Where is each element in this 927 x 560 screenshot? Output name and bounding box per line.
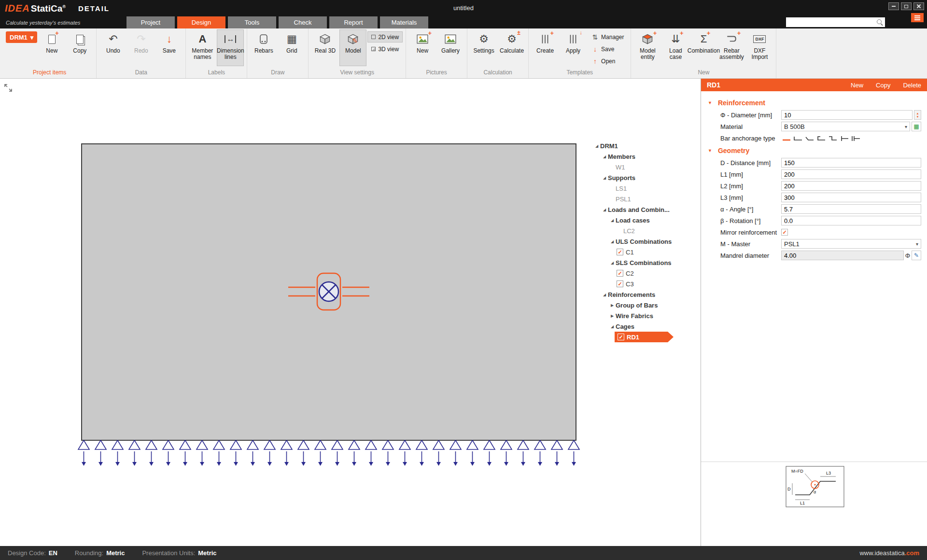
tree-item-c1[interactable]: ✓ C1 xyxy=(593,247,696,257)
new-project-item-button[interactable]: New xyxy=(38,29,65,66)
real-3d-button[interactable]: Real 3D xyxy=(311,29,338,66)
mirror-checkbox-checked[interactable]: ✓ xyxy=(781,229,788,236)
tree-item-wire-fabrics[interactable]: ▶ Wire Fabrics xyxy=(593,310,696,321)
tree-item-supports[interactable]: ◢ Supports xyxy=(593,172,696,183)
material-dropdown[interactable]: B 500B ▾ xyxy=(781,122,910,131)
redo-button[interactable]: ↷ Redo xyxy=(127,29,154,66)
section-reinforcement[interactable]: ▼ Reinforcement xyxy=(701,96,927,109)
expand-icon[interactable]: ◢ xyxy=(609,324,616,329)
tree-item-members[interactable]: ◢ Members xyxy=(593,151,696,162)
tree-item-load-cases[interactable]: ◢ Load cases xyxy=(593,215,696,225)
dxf-import-button[interactable]: DXF DXF Import xyxy=(746,29,773,66)
project-item-selector[interactable]: DRM1 ▾ xyxy=(6,31,37,43)
mandrel-edit-button[interactable]: ✎ xyxy=(912,251,921,260)
undo-button[interactable]: ↶ Undo xyxy=(99,29,126,66)
anchorage-bend-step-icon[interactable] xyxy=(828,134,838,142)
expand-icon[interactable]: ◢ xyxy=(593,144,600,148)
tree-item-reinforcements[interactable]: ◢ Reinforcements xyxy=(593,289,696,300)
rebars-button[interactable]: Rebars xyxy=(250,29,277,66)
checkbox-checked[interactable]: ✓ xyxy=(617,280,623,287)
diameter-input[interactable] xyxy=(781,110,913,120)
gallery-button[interactable]: Gallery xyxy=(437,29,464,66)
copy-reinforcement-button[interactable]: Copy xyxy=(876,82,890,89)
collapsed-icon[interactable]: ▶ xyxy=(609,314,616,318)
view-3d-button[interactable]: 3D view xyxy=(367,43,403,55)
dimension-lines-button[interactable]: ↔ Dimension lines xyxy=(217,29,244,66)
settings-button[interactable]: ⚙ Settings xyxy=(470,29,497,66)
member-names-button[interactable]: A Member names xyxy=(189,29,216,66)
load-case-button[interactable]: ⇊ Load case xyxy=(662,29,689,66)
expand-icon[interactable]: ◢ xyxy=(601,208,608,212)
section-collapse-icon[interactable]: ▼ xyxy=(708,148,712,153)
anchorage-straight-icon[interactable] xyxy=(781,134,792,142)
diameter-spinner[interactable]: ▴▾ xyxy=(914,110,921,120)
tab-design[interactable]: Design xyxy=(177,16,225,28)
tree-item-w1[interactable]: W1 xyxy=(593,162,696,172)
mandrel-diameter-input[interactable] xyxy=(781,251,904,260)
template-open-button[interactable]: ↑ Open xyxy=(588,56,628,67)
view-2d-button[interactable]: 2D view xyxy=(367,31,403,42)
search-box[interactable] xyxy=(786,17,885,27)
new-picture-button[interactable]: New xyxy=(409,29,436,66)
model-entity-button[interactable]: Model entity xyxy=(634,29,661,66)
combination-button[interactable]: Σ Combination xyxy=(690,29,717,66)
line-support-symbols[interactable] xyxy=(75,440,582,467)
model-view-button[interactable]: ✎ Model xyxy=(339,29,366,66)
tab-check[interactable]: Check xyxy=(279,16,327,28)
expand-icon[interactable]: ◢ xyxy=(601,154,608,159)
template-manager-button[interactable]: ⇅ Manager xyxy=(588,31,628,42)
tree-item-ls1[interactable]: LS1 xyxy=(593,183,696,194)
section-collapse-icon[interactable]: ▼ xyxy=(708,100,712,105)
tab-materials[interactable]: Materials xyxy=(380,16,428,28)
fit-view-icon[interactable] xyxy=(4,84,13,94)
tree-item-uls-combinations[interactable]: ◢ ULS Combinations xyxy=(593,236,696,247)
tree-item-c2[interactable]: ✓ C2 xyxy=(593,268,696,279)
master-dropdown[interactable]: PSL1 ▾ xyxy=(781,239,921,249)
apply-template-button[interactable]: Apply xyxy=(560,29,587,66)
tree-item-group-of-bars[interactable]: ▶ Group of Bars xyxy=(593,300,696,310)
tree-item-lc2[interactable]: LC2 xyxy=(593,225,696,236)
tree-item-drm1[interactable]: ◢ DRM1 xyxy=(593,140,696,151)
delete-reinforcement-button[interactable]: Delete xyxy=(903,82,921,89)
expand-icon[interactable]: ◢ xyxy=(601,176,608,180)
tree-item-psl1[interactable]: PSL1 xyxy=(593,194,696,204)
checkbox-checked[interactable]: ✓ xyxy=(617,249,623,255)
tab-tools[interactable]: Tools xyxy=(228,16,276,28)
calculate-button[interactable]: ⚙ Calculate xyxy=(498,29,525,66)
l3-input[interactable] xyxy=(781,193,921,202)
l1-input[interactable] xyxy=(781,169,921,179)
copy-project-item-button[interactable]: Copy xyxy=(66,29,93,66)
save-button[interactable]: ↓ Save xyxy=(155,29,183,66)
rebar-assembly-button[interactable]: Rebar assembly xyxy=(718,29,745,66)
alpha-angle-input[interactable] xyxy=(781,204,921,214)
anchorage-hook-90-icon[interactable] xyxy=(793,134,803,142)
tree-item-sls-combinations[interactable]: ◢ SLS Combinations xyxy=(593,257,696,268)
new-reinforcement-button[interactable]: New xyxy=(851,82,863,89)
search-input[interactable] xyxy=(788,19,877,26)
expand-icon[interactable]: ◢ xyxy=(601,293,608,297)
anchorage-hook-45-icon[interactable] xyxy=(804,134,815,142)
tree-item-c3[interactable]: ✓ C3 xyxy=(593,279,696,289)
checkbox-checked[interactable]: ✓ xyxy=(618,334,624,340)
expand-icon[interactable]: ◢ xyxy=(609,261,616,265)
search-icon[interactable] xyxy=(877,19,883,26)
collapsed-icon[interactable]: ▶ xyxy=(609,303,616,308)
material-library-button[interactable]: ▦ xyxy=(912,122,921,131)
website-link[interactable]: www.ideastatica.com xyxy=(859,549,919,557)
minimize-button[interactable] xyxy=(888,2,899,10)
tab-project[interactable]: Project xyxy=(126,16,175,28)
tree-item-rd1-selected[interactable]: ✓ RD1 xyxy=(615,332,674,342)
l2-input[interactable] xyxy=(781,181,921,191)
reinforcement-detail-symbol[interactable] xyxy=(286,269,371,314)
expand-icon[interactable]: ◢ xyxy=(609,218,616,223)
maximize-button[interactable] xyxy=(901,2,912,10)
checkbox-checked[interactable]: ✓ xyxy=(617,270,623,277)
anchorage-hook-180-icon[interactable] xyxy=(816,134,827,142)
create-template-button[interactable]: Create xyxy=(532,29,559,66)
model-canvas[interactable]: ◢ DRM1 ◢ Members W1 ◢ Supports LS1 PSL1 xyxy=(0,79,701,546)
anchorage-cross-bar-icon[interactable] xyxy=(839,134,850,142)
expand-icon[interactable]: ◢ xyxy=(609,239,616,244)
tree-item-cages[interactable]: ◢ Cages xyxy=(593,321,696,332)
template-save-button[interactable]: ↓ Save xyxy=(588,43,628,55)
section-geometry[interactable]: ▼ Geometry xyxy=(701,144,927,157)
